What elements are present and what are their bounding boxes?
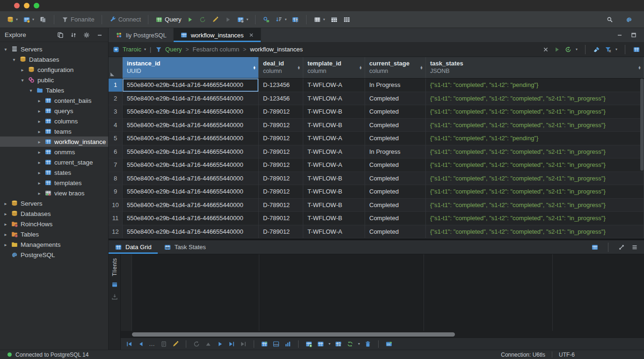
next-page-icon[interactable] (216, 340, 224, 348)
tree-item-states[interactable]: ▸states (0, 167, 108, 178)
tree-item-onmms[interactable]: ▸onmms (0, 147, 108, 157)
chevron-right-icon[interactable]: ▸ (20, 67, 25, 72)
connect-button[interactable]: Connect (107, 14, 143, 25)
chevron-right-icon[interactable]: ▸ (37, 119, 42, 124)
table-cell[interactable]: D-789012 (259, 158, 303, 172)
refresh-icon[interactable] (193, 340, 200, 348)
chevron-down-icon[interactable]: ▾ (3, 47, 8, 52)
sort-arrows-icon[interactable]: ▲▼ (359, 65, 362, 70)
menu-icon[interactable] (631, 244, 638, 251)
table-cell[interactable]: {"s1-t1": "completed", "s1-t2": "complet… (426, 92, 644, 106)
table-cell[interactable]: 550e8400-e29b-41d4-a716-446655440000 (123, 225, 259, 239)
row-number[interactable]: 11 (109, 212, 123, 225)
tree-item-current-stage[interactable]: ▸current_stage (0, 157, 108, 167)
database-edit-button[interactable]: ▾ (21, 14, 36, 25)
table-cell[interactable]: T-WFLOW-A (303, 225, 365, 239)
chevron-right-icon[interactable]: ▸ (37, 129, 42, 134)
tree-item-public[interactable]: ▾public (0, 75, 108, 85)
query-button[interactable]: Query (154, 14, 183, 25)
tree-item-columns[interactable]: ▸columns (0, 116, 108, 126)
close-tab-icon[interactable] (249, 32, 254, 38)
export-icon[interactable] (111, 293, 118, 301)
global-search-button[interactable] (604, 14, 616, 25)
duplicate-row-icon[interactable] (335, 340, 342, 348)
table-cell[interactable]: T-WFLOW-A (303, 158, 365, 172)
tree-item-databases[interactable]: ▾Databases (0, 54, 108, 65)
row-number[interactable]: 7 (109, 158, 123, 172)
collapse-panel-icon[interactable] (96, 31, 103, 39)
filter-data-button[interactable] (290, 14, 301, 25)
locate-row-icon[interactable] (160, 340, 168, 348)
broom-icon[interactable] (593, 46, 600, 53)
sync-columns-icon[interactable] (70, 31, 77, 39)
favorite-button[interactable]: Fonanite (59, 14, 96, 25)
table-cell[interactable]: T-WFLOW-A (303, 79, 365, 92)
table-cell[interactable]: D-123456 (259, 92, 303, 106)
table-cell[interactable]: T-WFLOW-B (303, 212, 365, 225)
close-window-button[interactable] (14, 3, 20, 8)
more-rows-button[interactable]: … (149, 340, 156, 347)
status-encoding[interactable]: UTF-6 (559, 352, 575, 358)
table-cell[interactable]: T-WFLOW-B (303, 105, 365, 119)
column-header-template-id[interactable]: template_idcolumn▲▼ (303, 57, 365, 78)
row-number[interactable]: 1 (109, 79, 123, 92)
play-icon[interactable] (553, 46, 561, 53)
calc-view-button[interactable] (341, 14, 352, 25)
maximize-editor-icon[interactable] (630, 31, 637, 39)
table-cell[interactable]: 550e8400-e29b-41d4-a716-446655440000 (123, 172, 259, 186)
grid-view-button[interactable]: ▾ (312, 14, 327, 25)
tab-workflow-instances[interactable]: workflow_instances (174, 28, 262, 42)
tab-liy-postgresql[interactable]: liy PostgreSQL (109, 28, 174, 42)
prev-page-icon[interactable] (137, 340, 145, 348)
chevron-right-icon[interactable]: ▸ (3, 232, 8, 237)
column-header-task-states[interactable]: task_statesJSONB▲▼ (426, 57, 644, 78)
table-cell[interactable]: D-789012 (259, 199, 303, 212)
execute-button[interactable] (222, 14, 234, 25)
minimize-window-button[interactable] (24, 3, 29, 8)
tree-item-workflow-instance[interactable]: ▸workflow_instance (0, 136, 108, 147)
chevron-down-icon[interactable]: ▾ (20, 78, 25, 83)
chart-icon[interactable] (284, 340, 292, 348)
breadcrumb-item-query[interactable]: Query (165, 46, 182, 53)
table-cell[interactable]: {"s1-t1": "completed", "s1-t2": "complet… (426, 105, 644, 119)
table-cell[interactable]: D-789012 (259, 212, 303, 225)
table-cell[interactable]: D-789012 (259, 225, 303, 239)
table-cell[interactable]: Completed (365, 185, 426, 199)
close-icon[interactable] (542, 46, 549, 53)
column-header-deal-id[interactable]: deal_idcolumn▲▼ (259, 57, 303, 78)
chevron-right-icon[interactable]: ▸ (37, 191, 42, 196)
chevron-right-icon[interactable]: ▸ (3, 211, 8, 216)
uc-badge-icon[interactable]: Uc (385, 340, 393, 348)
tree-item-servers[interactable]: ▸Servers (0, 198, 108, 208)
tree-item-view-braos[interactable]: ▸view braos (0, 188, 108, 198)
fetch-all-icon[interactable] (240, 340, 247, 348)
sort-button[interactable]: ▾ (273, 14, 288, 25)
table-cell[interactable]: 550e8400-e29b-41d4-a716-446655440000 (123, 132, 259, 145)
table-cell[interactable]: T-WFLOW-B (303, 172, 365, 186)
breadcrumb-connection[interactable]: Traroic (123, 46, 141, 53)
tree-item-tables[interactable]: ▸Tables (0, 229, 108, 239)
tree-item-templates[interactable]: ▸templates (0, 178, 108, 188)
table-cell[interactable]: 550e8400-e29b-41d4-a716-446655440000 (123, 92, 259, 106)
chevron-right-icon[interactable]: ▸ (37, 108, 42, 114)
table-cell[interactable]: Completed (365, 132, 426, 145)
chevron-right-icon[interactable]: ▸ (37, 150, 42, 155)
table-cell[interactable]: Completed (365, 199, 426, 212)
chevron-right-icon[interactable]: ▸ (3, 242, 8, 247)
table-view-button[interactable] (329, 14, 340, 25)
chevron-right-icon[interactable]: ▸ (37, 160, 42, 165)
last-page-icon[interactable] (228, 340, 235, 348)
table-cell[interactable]: 550e8400-e29b-41d4-a716-446655440000 (123, 212, 259, 225)
chevron-down-icon[interactable]: ▾ (28, 88, 34, 93)
table-cell[interactable]: {"s1-t1": "completed", "s1-t2": "complet… (426, 119, 644, 132)
table-cell[interactable]: T-WFLOW-B (303, 199, 365, 212)
expand-icon[interactable] (618, 244, 625, 251)
row-number[interactable]: 5 (109, 132, 123, 145)
filter-refresh-icon[interactable]: R (604, 46, 612, 53)
search-data-button[interactable] (261, 14, 272, 25)
panel-icon[interactable] (111, 281, 118, 288)
table-cell[interactable]: D-123456 (259, 79, 303, 92)
table-cell[interactable]: D-789012 (259, 132, 303, 145)
database-navigator-button[interactable]: ▾ (5, 14, 20, 25)
vertical-scrollbar[interactable] (640, 79, 644, 237)
